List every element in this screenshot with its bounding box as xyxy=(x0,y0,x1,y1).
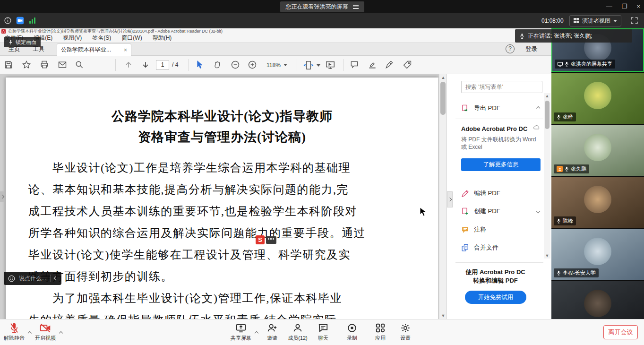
zoom-level-dropdown[interactable]: 118% xyxy=(265,60,289,70)
free-trial-button[interactable]: 开始免费试用 xyxy=(465,291,526,304)
panel-collapse-handle[interactable] xyxy=(447,191,453,207)
tab-document-label: 公路学院本科毕业... xyxy=(61,46,120,54)
tab-close-icon[interactable]: × xyxy=(124,47,127,53)
reading-mode-icon[interactable] xyxy=(325,60,335,70)
scroll-down-icon[interactable]: ▼ xyxy=(440,313,446,318)
star-icon[interactable] xyxy=(22,60,32,70)
fullscreen-icon[interactable] xyxy=(630,17,638,25)
mic-icon xyxy=(557,218,561,224)
previous-page-icon[interactable] xyxy=(124,60,134,70)
record-button[interactable]: 录制 xyxy=(339,323,365,342)
meeting-title-bar: 您正在观看张洪亮的屏幕 — ❐ × xyxy=(0,0,644,13)
panel-scrollbar[interactable]: ▲ ▼ xyxy=(544,93,550,259)
menu-window[interactable]: 窗口(W) xyxy=(121,34,142,42)
mute-button[interactable]: 解除静音 xyxy=(1,323,27,342)
scrollbar-thumb[interactable] xyxy=(440,82,446,115)
chat-button[interactable]: 聊天 xyxy=(310,323,336,342)
highlight-icon[interactable] xyxy=(368,60,378,70)
menu-sign[interactable]: 签名(S) xyxy=(92,34,111,42)
scroll-up-icon[interactable]: ▲ xyxy=(544,94,550,98)
acrobat-title-bar: 公路学院本科毕业设计(论文)指导教师资格审查与管理办法(讨论稿)220104.p… xyxy=(0,28,551,34)
stamp-tag-icon[interactable] xyxy=(403,60,413,70)
restore-button[interactable]: ❐ xyxy=(622,0,627,13)
document-scrollbar[interactable]: ▲ ▼ xyxy=(439,74,447,319)
tab-document[interactable]: 公路学院本科毕业... × xyxy=(57,43,131,56)
menu-help[interactable]: 帮助(H) xyxy=(153,34,172,42)
mute-label: 解除静音 xyxy=(4,335,25,342)
participant-tile[interactable]: 李程-长安大学 xyxy=(551,229,644,280)
chevron-down-icon[interactable] xyxy=(536,209,540,213)
quick-chat-placeholder: 说点什么... xyxy=(19,275,46,283)
participant-tile-partial[interactable] xyxy=(551,281,644,319)
save-icon[interactable] xyxy=(4,60,14,70)
apps-button[interactable]: 应用 xyxy=(367,323,394,342)
comment-item[interactable]: 注释 xyxy=(461,223,542,236)
share-screen-button[interactable]: 共享屏幕 xyxy=(228,323,254,342)
tools-search-input[interactable] xyxy=(461,81,542,93)
hand-tool-icon[interactable] xyxy=(213,60,223,70)
watching-banner[interactable]: 您正在观看张洪亮的屏幕 xyxy=(280,1,364,12)
ime-indicator[interactable]: S xyxy=(256,235,276,244)
login-button[interactable]: 登录 xyxy=(525,43,537,56)
participant-name: 陈峰 xyxy=(563,217,573,224)
left-panel-expand-handle[interactable] xyxy=(0,191,4,202)
chat-label: 聊天 xyxy=(318,335,328,342)
document-viewer[interactable]: 公路学院本科毕业设计(论文)指导教师 资格审查与管理办法(讨论稿) 毕业设计(论… xyxy=(0,74,439,319)
leave-meeting-button[interactable]: 离开会议 xyxy=(603,325,638,339)
close-button[interactable]: × xyxy=(636,0,640,13)
find-icon[interactable] xyxy=(75,60,85,70)
participant-tile[interactable]: 陈峰 xyxy=(551,177,644,228)
panel-divider xyxy=(455,119,543,119)
acrobat-icon xyxy=(1,29,6,34)
chevron-up-icon[interactable] xyxy=(536,106,540,110)
print-icon[interactable] xyxy=(40,60,50,70)
next-page-icon[interactable] xyxy=(141,60,151,70)
network-signal-icon[interactable] xyxy=(28,17,36,25)
participant-tile[interactable]: 张久鹏 xyxy=(551,125,644,176)
select-tool-icon[interactable] xyxy=(195,60,205,70)
video-options-chevron[interactable] xyxy=(60,328,62,336)
minimize-button[interactable]: — xyxy=(606,0,612,13)
edit-pdf-item[interactable]: 编辑 PDF xyxy=(461,187,542,200)
participant-name: 张晔 xyxy=(563,113,573,121)
meeting-app-icon[interactable] xyxy=(16,17,24,25)
info-icon[interactable] xyxy=(4,17,12,25)
help-button[interactable]: ? xyxy=(506,44,515,53)
chevron-left-icon[interactable] xyxy=(54,276,58,280)
scroll-up-icon[interactable]: ▲ xyxy=(440,75,446,80)
chevron-down-icon xyxy=(283,64,287,66)
lock-view-button[interactable]: 锁定画面 xyxy=(4,37,41,47)
invite-button[interactable]: 邀请 xyxy=(259,323,285,342)
participant-name: 张久鹏 xyxy=(571,165,586,172)
quick-chat-input[interactable]: 说点什么... xyxy=(4,272,61,285)
comment-icon[interactable] xyxy=(350,60,360,70)
participant-name: 李程-长安大学 xyxy=(563,269,596,276)
learn-more-button[interactable]: 了解更多信息 xyxy=(461,158,541,171)
menu-view[interactable]: 视图(V) xyxy=(63,34,82,42)
create-pdf-item[interactable]: 创建 PDF xyxy=(461,205,542,218)
video-button[interactable]: 开启视频 xyxy=(32,323,59,342)
document-title-line2: 资格审查与管理办法(讨论稿) xyxy=(6,129,438,146)
shared-screen-acrobat: 公路学院本科毕业设计(论文)指导教师资格审查与管理办法(讨论稿)220104.p… xyxy=(0,28,551,319)
chevron-down-icon[interactable] xyxy=(317,64,320,67)
participant-tile[interactable]: 张晔 xyxy=(551,73,644,124)
scroll-down-icon[interactable]: ▼ xyxy=(544,253,550,258)
export-pdf-item[interactable]: 导出 PDF xyxy=(461,102,542,115)
scrollbar-thumb[interactable] xyxy=(545,101,550,129)
participant-label: 张久鹏 xyxy=(554,164,589,173)
mute-options-chevron[interactable] xyxy=(28,328,31,336)
banner-menu-icon[interactable] xyxy=(353,4,359,10)
members-button[interactable]: 成员(12) xyxy=(284,323,311,342)
combine-files-item[interactable]: 合并文件 xyxy=(461,241,542,254)
share-options-chevron[interactable] xyxy=(255,328,258,336)
sign-pen-icon[interactable] xyxy=(385,60,395,70)
view-mode-selector[interactable]: 演讲者视图 xyxy=(569,15,621,26)
zoom-in-icon[interactable] xyxy=(248,60,258,70)
host-badge-icon xyxy=(557,166,563,172)
email-icon[interactable] xyxy=(58,60,68,70)
video-label: 开启视频 xyxy=(35,335,56,342)
settings-button[interactable]: 设置 xyxy=(392,323,419,342)
page-number-input[interactable]: 1 xyxy=(156,60,169,70)
zoom-out-icon[interactable] xyxy=(231,60,241,70)
fit-width-icon[interactable] xyxy=(303,60,314,70)
